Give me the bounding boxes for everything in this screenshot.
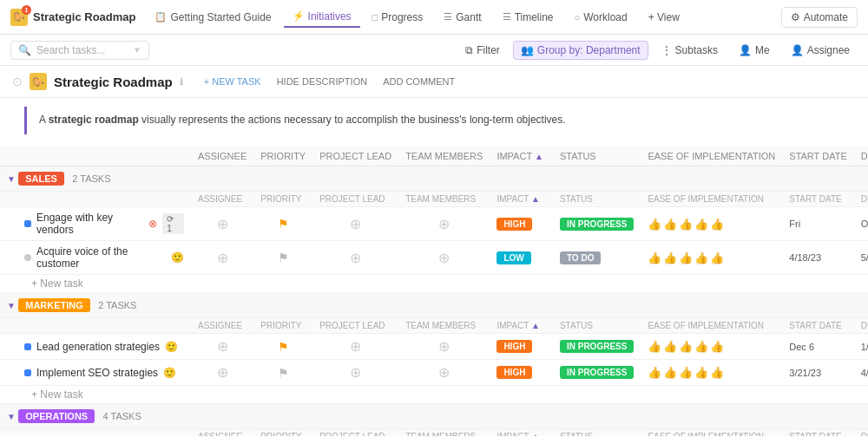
page-header: ⊙ 🐎 Strategic Roadmap ℹ + NEW TASK HIDE … — [0, 66, 868, 98]
col-header-ease: EASE OF IMPLEMENTATION — [641, 147, 782, 166]
thumb-icon: 👍 — [694, 251, 708, 264]
new-task-button[interactable]: + NEW TASK — [199, 75, 266, 88]
col-header-assignee: ASSIGNEE — [191, 147, 253, 166]
priority-flag-icon: ⚑ — [278, 366, 289, 380]
group-collapse-icon[interactable]: ▼ — [7, 301, 16, 310]
thumb-icon: 👍 — [648, 251, 661, 264]
add-comment-button[interactable]: ADD COMMENT — [378, 75, 460, 88]
due-date-cell: 5/19/23 — [854, 241, 868, 275]
page-header-actions: + NEW TASK HIDE DESCRIPTION ADD COMMENT — [199, 75, 461, 88]
smiley-icon: 🙂 — [171, 251, 184, 264]
due-date-cell: 1/4/23 — [854, 334, 868, 360]
project-lead-cell: ⊕ — [312, 207, 398, 241]
status-badge: IN PROGRESS — [560, 340, 634, 353]
table-row: Engage with key vendors ⊗⟳ 1 ⊕ ⚑ ⊕ ⊕ HIG… — [0, 207, 868, 241]
tab-getting-started[interactable]: 📋 Getting Started Guide — [146, 8, 279, 27]
tab-progress[interactable]: □ Progress — [364, 8, 432, 27]
group-icon: 👥 — [521, 44, 534, 56]
priority-flag-icon: ⚑ — [278, 251, 289, 264]
thumb-icon: 👍 — [694, 218, 708, 231]
col-header-priority: PRIORITY — [253, 147, 312, 166]
hide-desc-button[interactable]: HIDE DESCRIPTION — [272, 75, 373, 88]
new-task-label[interactable]: + New task — [0, 386, 868, 404]
group-by-button[interactable]: 👥 Group by: Department — [513, 41, 648, 60]
lead-icon: ⊕ — [350, 338, 361, 355]
impact-cell: HIGH — [490, 360, 553, 386]
thumb-icon: 👍 — [663, 251, 677, 264]
ease-cell: 👍👍👍👍👍 — [641, 360, 782, 386]
tab-view-plus[interactable]: + View — [640, 8, 688, 27]
thumb-icon: 👍 — [679, 340, 693, 353]
group-task-count: 2 TASKS — [98, 300, 136, 310]
task-name-text: Engage with key vendors — [36, 212, 141, 236]
thumb-icon: 👍 — [710, 218, 724, 231]
assignee-icon: ⊕ — [217, 338, 228, 355]
status-cell: IN PROGRESS — [553, 207, 641, 241]
tab-initiatives[interactable]: ⚡ Initiatives — [284, 7, 360, 28]
new-task-label[interactable]: + New task — [0, 275, 868, 293]
nav-title: Strategic Roadmap — [33, 10, 135, 23]
table-container: ASSIGNEE PRIORITY PROJECT LEAD TEAM MEMB… — [0, 147, 868, 436]
thumb-icon: 👍 — [663, 340, 677, 353]
members-icon: ⊕ — [438, 216, 450, 232]
sort-icon: ▲ — [535, 152, 543, 161]
impact-cell: HIGH — [490, 334, 553, 360]
task-name-text: Acquire voice of the customer — [36, 245, 166, 270]
lead-icon: ⊕ — [350, 364, 361, 381]
assignee-icon: 👤 — [791, 44, 804, 56]
status-cell: TO DO — [553, 241, 641, 275]
smiley-icon: 🙂 — [165, 341, 178, 353]
group-tag: SALES — [18, 172, 64, 186]
table-header-row: ASSIGNEE PRIORITY PROJECT LEAD TEAM MEMB… — [0, 147, 868, 166]
impact-badge: HIGH — [496, 218, 532, 231]
info-icon[interactable]: ℹ — [180, 76, 183, 88]
filter-button[interactable]: ⧉ Filter — [457, 41, 508, 60]
search-chevron-icon: ▼ — [133, 45, 141, 55]
thumb-icon: 👍 — [648, 218, 661, 231]
smiley-icon: 🙂 — [163, 367, 176, 379]
assignee-icon: ⊕ — [217, 216, 228, 232]
assignee-cell: ⊕ — [191, 334, 253, 360]
page-icon: 🐎 — [30, 73, 47, 90]
priority-cell: ⚑ — [253, 207, 312, 241]
assignee-icon: ⊕ — [217, 250, 228, 266]
project-lead-cell: ⊕ — [312, 360, 398, 386]
group-col-subheader: ASSIGNEE PRIORITY PROJECT LEAD TEAM MEMB… — [0, 429, 868, 437]
thumb-icon: 👍 — [710, 251, 724, 264]
automate-button[interactable]: ⚙ Automate — [781, 7, 858, 28]
collapse-page-icon[interactable]: ⊙ — [12, 75, 23, 88]
thumb-icon: 👍 — [648, 366, 661, 379]
thumb-icon: 👍 — [648, 340, 661, 353]
team-members-cell: ⊕ — [398, 241, 490, 275]
tab-workload[interactable]: ○ Workload — [566, 8, 636, 27]
subtasks-button[interactable]: ⋮ Subtasks — [654, 41, 726, 60]
tab-icon: ○ — [575, 12, 581, 23]
search-icon: 🔍 — [18, 44, 31, 56]
tab-icon: ☰ — [444, 11, 452, 23]
task-name-cell: Lead generation strategies 🙂 — [0, 334, 191, 360]
thumb-icon: 👍 — [694, 366, 708, 379]
group-collapse-icon[interactable]: ▼ — [7, 412, 16, 421]
ease-cell: 👍👍👍👍👍 — [641, 241, 782, 275]
search-box[interactable]: 🔍 Search tasks... ▼ — [10, 41, 149, 60]
tab-icon: ⚡ — [293, 10, 305, 22]
logo-avatar: 🐎 1 — [10, 9, 28, 26]
new-task-row[interactable]: + New task — [0, 386, 868, 404]
assignee-button[interactable]: 👤 Assignee — [783, 41, 858, 60]
group-col-subheader: ASSIGNEE PRIORITY PROJECT LEAD TEAM MEMB… — [0, 192, 868, 207]
tab-timeline[interactable]: ☰ Timeline — [494, 8, 562, 27]
new-task-row[interactable]: + New task — [0, 275, 868, 293]
start-date-cell: Fri — [782, 207, 853, 241]
task-dot — [24, 369, 31, 376]
tab-gantt[interactable]: ☰ Gantt — [435, 8, 490, 27]
table-row: Implement SEO strategies 🙂 ⊕ ⚑ ⊕ ⊕ HIGH … — [0, 360, 868, 386]
priority-flag-icon: ⚑ — [278, 340, 289, 354]
group-collapse-icon[interactable]: ▼ — [7, 174, 16, 184]
me-button[interactable]: 👤 Me — [731, 41, 778, 60]
main-table: ASSIGNEE PRIORITY PROJECT LEAD TEAM MEMB… — [0, 147, 868, 436]
priority-cell: ⚑ — [253, 241, 312, 275]
table-row: Lead generation strategies 🙂 ⊕ ⚑ ⊕ ⊕ HIG… — [0, 334, 868, 360]
tab-icon: 📋 — [155, 11, 167, 23]
priority-flag-icon: ⚑ — [278, 217, 289, 231]
group-col-subheader: ASSIGNEE PRIORITY PROJECT LEAD TEAM MEMB… — [0, 318, 868, 334]
